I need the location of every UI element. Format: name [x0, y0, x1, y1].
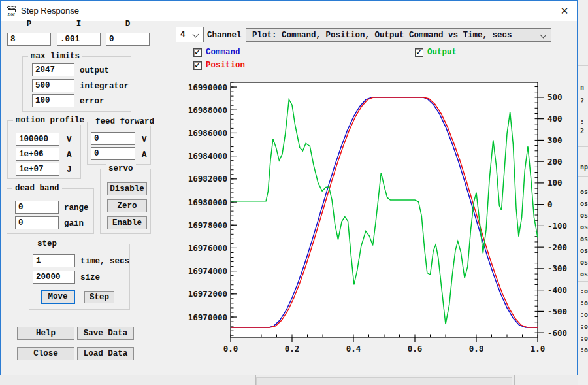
app-icon: DM — [7, 5, 18, 16]
x-axis-tick-label: 0.6 — [408, 344, 423, 354]
ff-v-label: V — [142, 135, 147, 144]
output-checkbox[interactable]: ✓ Output — [415, 48, 457, 57]
max-output-label: output — [80, 66, 109, 75]
max-error-field[interactable] — [32, 94, 74, 107]
step-time-label: time, secs — [80, 257, 129, 266]
i-field[interactable] — [57, 33, 101, 46]
profile-j-field[interactable] — [16, 163, 59, 176]
checkbox-box: ✓ — [415, 48, 423, 57]
background-text-fragment: :o — [580, 311, 588, 318]
deadband-gain-field[interactable] — [15, 216, 59, 229]
d-field[interactable] — [106, 33, 150, 46]
profile-a-field[interactable] — [16, 148, 59, 161]
close-button[interactable]: Close — [17, 347, 74, 360]
left-axis: 1697000016972000169740001697600016978000… — [188, 82, 237, 336]
x-axis-tick-label: 0.2 — [285, 344, 300, 354]
ff-a-label: A — [142, 150, 147, 159]
left-axis-tick-label: 16974000 — [188, 266, 227, 276]
right-axis-tick-label: 200 — [547, 157, 563, 167]
channel-select[interactable]: 4 — [176, 27, 204, 42]
background-window-bottom — [0, 375, 578, 385]
right-axis-tick-label: -200 — [547, 243, 567, 252]
step-size-field[interactable] — [33, 271, 75, 284]
x-axis-tick-label: 0.0 — [223, 344, 238, 354]
p-label: P — [7, 20, 51, 29]
step-button[interactable]: Step — [84, 291, 114, 303]
move-button[interactable]: Move — [41, 290, 75, 304]
chevron-down-icon — [540, 32, 547, 39]
position-checkbox[interactable]: ✓ Position — [193, 61, 245, 70]
right-axis-tick-label: -300 — [547, 263, 567, 273]
channel-label: Channel — [207, 31, 242, 40]
deadband-gain-label: gain — [64, 219, 84, 228]
help-button[interactable]: Help — [17, 327, 74, 340]
ff-v-field[interactable] — [91, 132, 135, 145]
background-text-fragment: :o — [580, 323, 588, 330]
background-text-fragment: np — [580, 163, 588, 171]
background-text-fragment: n — [580, 84, 584, 91]
save-data-button[interactable]: Save Data — [77, 327, 134, 340]
right-axis-tick-label: 400 — [547, 114, 563, 124]
servo-zero-button[interactable]: Zero — [107, 199, 147, 212]
ff-a-field[interactable] — [91, 147, 135, 160]
background-divider — [578, 146, 588, 147]
check-icon: ✓ — [416, 47, 423, 57]
screen: n?:2nposososososososos:o:o:o:o:o:o DM St… — [0, 0, 588, 385]
plot-select-value: Plot: Command, Position, Output Command … — [246, 31, 512, 40]
dead-band-title: dead band — [12, 184, 62, 193]
right-axis-tick-label: -600 — [547, 328, 567, 338]
x-axis-tick-label: 0.4 — [346, 344, 361, 354]
load-data-button[interactable]: Load Data — [77, 347, 134, 360]
left-axis-tick-label: 16976000 — [188, 243, 227, 253]
x-axis-tick-label: 0.8 — [469, 344, 484, 354]
position-checkbox-label: Position — [206, 61, 245, 70]
right-axis-tick-label: -100 — [547, 221, 567, 231]
background-text-fragment: os — [580, 212, 588, 219]
background-text-fragment: os — [580, 247, 588, 254]
step-response-chart: 1697000016972000169740001697600016978000… — [187, 69, 578, 362]
background-panel — [256, 377, 512, 385]
left-axis-tick-label: 16982000 — [188, 174, 227, 184]
background-text-fragment: :o — [580, 346, 588, 354]
motion-profile-title: motion profile — [13, 116, 87, 125]
right-axis-tick-label: 100 — [547, 178, 563, 188]
left-axis-tick-label: 16970000 — [188, 312, 227, 322]
right-axis: -600-500-400-300-200-1000100200300400500 — [535, 87, 568, 338]
max-integrator-field[interactable] — [32, 79, 74, 92]
close-icon[interactable]: ✕ — [556, 3, 573, 19]
plot-select[interactable]: Plot: Command, Position, Output Command … — [246, 28, 551, 42]
background-divider — [578, 29, 588, 29]
background-text-fragment: os — [580, 235, 588, 243]
step-time-field[interactable] — [33, 254, 75, 267]
servo-title: servo — [106, 164, 136, 173]
background-window-right: n?:2nposososososososos:o:o:o:o:o:o — [578, 0, 588, 385]
deadband-range-field[interactable] — [15, 201, 59, 214]
chevron-down-icon — [193, 31, 199, 38]
max-error-label: error — [80, 97, 105, 106]
right-axis-tick-label: 0 — [547, 199, 553, 209]
output-checkbox-label: Output — [427, 48, 457, 57]
servo-enable-button[interactable]: Enable — [107, 216, 147, 229]
checkbox-box: ✓ — [193, 48, 202, 57]
right-axis-tick-label: -400 — [547, 285, 567, 295]
servo-disable-button[interactable]: Disable — [107, 182, 147, 195]
background-text-fragment: ? — [580, 97, 584, 105]
feed-forward-title: feed forward — [93, 117, 157, 126]
step-group-title: step — [35, 239, 59, 248]
background-text-fragment: :o — [580, 335, 588, 342]
background-text-fragment: 2 — [580, 127, 584, 135]
right-axis-tick-label: 500 — [547, 92, 563, 102]
command-checkbox[interactable]: ✓ Command — [193, 48, 240, 57]
p-field[interactable] — [7, 33, 51, 46]
checkbox-box: ✓ — [193, 61, 202, 70]
left-axis-tick-label: 16980000 — [188, 197, 227, 207]
titlebar: DM Step Response ✕ — [1, 1, 577, 21]
left-axis-tick-label: 16986000 — [188, 128, 227, 138]
max-output-field[interactable] — [32, 63, 74, 76]
background-divider — [578, 176, 588, 177]
left-axis-tick-label: 16990000 — [188, 82, 227, 92]
max-integrator-label: integrator — [80, 82, 129, 91]
background-text-fragment: :o — [580, 288, 588, 295]
step-size-label: size — [80, 273, 100, 282]
profile-v-field[interactable] — [16, 133, 59, 146]
